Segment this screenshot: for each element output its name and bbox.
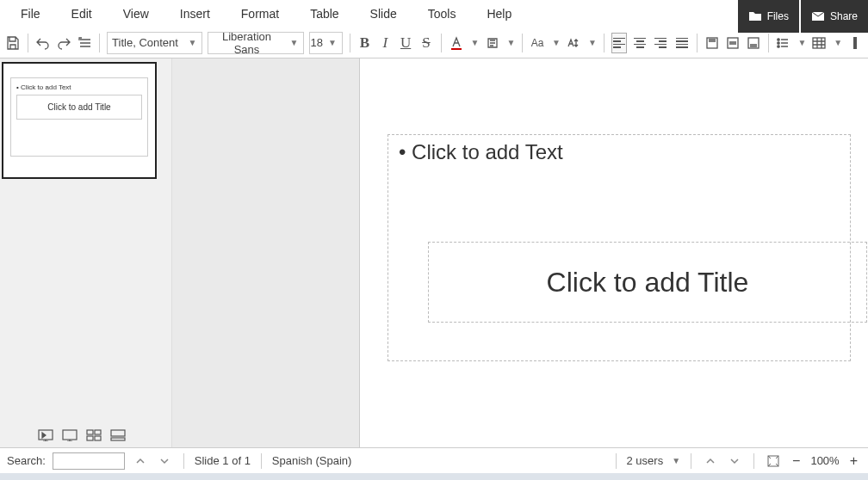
- layout-select[interactable]: Title, Content ▼: [107, 32, 203, 54]
- font-select[interactable]: Liberation Sans ▼: [208, 32, 304, 54]
- search-label: Search:: [7, 454, 46, 467]
- highlight-icon: [485, 35, 500, 51]
- svg-rect-12: [87, 430, 93, 434]
- char-spacing-button[interactable]: [566, 33, 581, 53]
- font-size-select[interactable]: 18 ▼: [309, 32, 342, 54]
- svg-rect-3: [728, 38, 738, 48]
- font-select-label: Liberation Sans: [208, 30, 284, 56]
- language-label[interactable]: Spanish (Spain): [272, 454, 352, 467]
- chevron-down-icon[interactable]: ▼: [796, 38, 806, 47]
- undo-button[interactable]: [35, 33, 51, 53]
- bullets-button[interactable]: [775, 33, 790, 53]
- view-outline-button[interactable]: [62, 429, 78, 444]
- chevron-down-icon: [729, 456, 740, 466]
- svg-rect-15: [95, 436, 101, 440]
- case-button[interactable]: Aa: [530, 33, 545, 53]
- slide-panel: Click to add Text Click to add Title: [0, 58, 172, 447]
- menu-tools[interactable]: Tools: [412, 2, 472, 26]
- title-placeholder[interactable]: Click to add Title: [428, 242, 867, 323]
- table-button[interactable]: [811, 33, 827, 53]
- valign-mid-button[interactable]: [725, 33, 741, 53]
- redo-icon: [56, 35, 71, 51]
- menu-slide[interactable]: Slide: [355, 2, 412, 26]
- highlight-button[interactable]: [485, 33, 500, 53]
- search-prev-button[interactable]: [132, 452, 149, 470]
- thumb-content-box: Click to add Text Click to add Title: [10, 77, 148, 157]
- search-next-button[interactable]: [156, 452, 173, 470]
- bold-button[interactable]: B: [357, 33, 373, 53]
- strike-button[interactable]: S: [418, 33, 434, 53]
- more-button[interactable]: [847, 33, 863, 53]
- nav-down-button[interactable]: [726, 452, 743, 470]
- align-justify-icon: [676, 38, 688, 48]
- underline-button[interactable]: U: [398, 33, 413, 53]
- chevron-up-icon: [705, 456, 716, 466]
- chevron-down-icon[interactable]: ▼: [469, 38, 480, 47]
- menu-format[interactable]: Format: [226, 2, 294, 26]
- valign-top-icon: [704, 35, 720, 51]
- folder-icon: [748, 10, 762, 22]
- chevron-down-icon[interactable]: ▼: [586, 38, 597, 47]
- char-spacing-icon: [566, 35, 581, 51]
- fit-icon: [766, 454, 780, 468]
- svg-rect-8: [813, 38, 825, 48]
- menu-edit[interactable]: Edit: [56, 2, 108, 26]
- content-placeholder[interactable]: Click to add Text Click to add Title: [388, 134, 851, 361]
- slide-counter: Slide 1 of 1: [195, 454, 251, 467]
- files-button[interactable]: Files: [738, 0, 799, 33]
- zoom-in-button[interactable]: +: [846, 453, 861, 469]
- chevron-down-icon[interactable]: ▼: [832, 38, 842, 47]
- users-label[interactable]: 2 users: [627, 454, 664, 467]
- svg-rect-14: [87, 436, 93, 440]
- layout-select-label: Title, Content: [108, 36, 183, 49]
- separator: [753, 453, 754, 469]
- header-right-buttons: Files Share: [736, 0, 868, 33]
- slide-canvas[interactable]: Click to add Text Click to add Title: [360, 58, 868, 447]
- files-label: Files: [767, 10, 789, 22]
- chevron-down-icon: ▼: [183, 38, 202, 47]
- gutter: [172, 58, 360, 447]
- svg-rect-17: [111, 438, 125, 440]
- valign-bot-button[interactable]: [746, 33, 761, 53]
- font-color-button[interactable]: [449, 33, 464, 53]
- separator: [522, 34, 523, 52]
- align-left-button[interactable]: [611, 33, 627, 53]
- menu-help[interactable]: Help: [471, 2, 527, 26]
- valign-bot-icon: [746, 35, 761, 51]
- outline-button[interactable]: [77, 33, 92, 53]
- italic-button[interactable]: I: [377, 33, 393, 53]
- chevron-down-icon[interactable]: ▼: [670, 456, 680, 465]
- undo-icon: [35, 35, 51, 51]
- fit-button[interactable]: [765, 452, 782, 470]
- svg-point-5: [778, 38, 779, 40]
- valign-top-button[interactable]: [704, 33, 720, 53]
- chevron-down-icon[interactable]: ▼: [505, 38, 516, 47]
- view-notes-button[interactable]: [110, 429, 126, 444]
- chevron-down-icon[interactable]: ▼: [550, 38, 561, 47]
- zoom-level[interactable]: 100%: [810, 454, 839, 467]
- view-normal-button[interactable]: [38, 429, 53, 444]
- svg-point-6: [778, 41, 779, 43]
- menu-file[interactable]: File: [5, 2, 56, 26]
- svg-rect-9: [853, 37, 857, 49]
- save-button[interactable]: [5, 33, 21, 53]
- share-button[interactable]: Share: [801, 0, 868, 33]
- zoom-out-button[interactable]: −: [789, 453, 803, 469]
- separator: [697, 34, 698, 52]
- menu-view[interactable]: View: [108, 2, 164, 26]
- nav-up-button[interactable]: [702, 452, 719, 470]
- align-right-button[interactable]: [653, 33, 668, 53]
- align-center-button[interactable]: [632, 33, 648, 53]
- redo-button[interactable]: [56, 33, 71, 53]
- menu-insert[interactable]: Insert: [164, 2, 226, 26]
- separator: [441, 34, 442, 52]
- thumb-title-box: Click to add Title: [16, 95, 142, 120]
- separator: [261, 453, 262, 469]
- search-input[interactable]: [53, 452, 125, 470]
- bottom-strip: [0, 473, 868, 480]
- menu-table[interactable]: Table: [294, 2, 354, 26]
- view-sorter-button[interactable]: [86, 429, 102, 444]
- slide-thumbnail-1[interactable]: Click to add Text Click to add Title: [2, 62, 157, 179]
- align-justify-button[interactable]: [674, 33, 690, 53]
- separator: [183, 453, 184, 469]
